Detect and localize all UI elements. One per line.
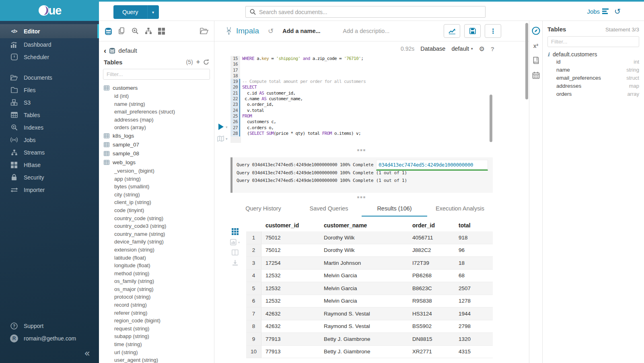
table-row[interactable]: 5 12532 Melvin Garcia B8623C 2507	[246, 282, 493, 295]
grid-view-icon[interactable]	[232, 228, 239, 235]
column-item[interactable]: url (string)	[104, 349, 210, 357]
sidebar-item[interactable]: Security	[0, 171, 99, 184]
search-input[interactable]	[259, 9, 485, 15]
column-item[interactable]: device_family (string)	[104, 238, 210, 246]
databases-source-icon[interactable]	[105, 27, 112, 35]
column-item[interactable]: app (string)	[104, 175, 210, 183]
hue-logo[interactable]: ue	[0, 0, 99, 21]
jobs-link[interactable]: Jobs	[587, 8, 609, 15]
result-tab[interactable]: Results (106)	[362, 202, 427, 217]
code-editor[interactable]: 15WHERE a.key = 'shipping' and a.zip_cod…	[230, 56, 529, 143]
column-item[interactable]: user_agent (string)	[104, 356, 210, 363]
back-chevron-icon[interactable]: ‹	[104, 48, 106, 54]
columns-view-icon[interactable]	[232, 250, 239, 256]
query-button[interactable]: Query	[113, 5, 147, 19]
table-row[interactable]: 10 77913 Betty J. Giambrone XR2771 4315	[246, 346, 493, 359]
tables-filter-input[interactable]	[103, 69, 210, 80]
sidebar-item[interactable]: </> Editor	[0, 24, 99, 38]
chart-settings-button[interactable]	[444, 24, 460, 38]
run-options-caret-icon[interactable]: ▾	[226, 125, 228, 129]
download-icon[interactable]	[232, 260, 238, 266]
column-item[interactable]: referer (string)	[104, 309, 210, 317]
table-row[interactable]: 8 42632 Raymond S. Vestal BS5902 2798	[246, 320, 493, 333]
run-query-button[interactable]	[218, 124, 224, 130]
column-row[interactable]: email_preferences struct	[547, 74, 639, 82]
column-item[interactable]: longitude (float)	[104, 262, 210, 270]
column-item[interactable]: extension (string)	[104, 246, 210, 254]
result-tab[interactable]: Execution Analysis	[427, 202, 493, 217]
column-row[interactable]: id int	[547, 58, 639, 66]
result-tab[interactable]: Saved Queries	[296, 202, 362, 217]
query-name-input[interactable]	[282, 28, 343, 34]
editor-scrollbar[interactable]	[490, 95, 492, 142]
database-selector[interactable]: default ▾	[451, 45, 473, 52]
table-item[interactable]: k8s_logs	[104, 132, 210, 140]
column-header[interactable]: customer_name	[320, 222, 408, 229]
column-header[interactable]: customer_id	[261, 222, 320, 229]
right-assist-filter-input[interactable]	[547, 36, 639, 47]
calendar-icon[interactable]	[532, 72, 540, 79]
column-item[interactable]: name (string)	[104, 100, 210, 108]
column-item[interactable]: request (string)	[104, 325, 210, 333]
table-item[interactable]: web_logs	[104, 158, 210, 167]
table-row[interactable]: 2 75012 Dorothy Wilk J882C2 96	[246, 244, 493, 257]
table-row[interactable]: 1 75012 Dorothy Wilk 4056711 918	[246, 231, 493, 244]
add-table-icon[interactable]: +	[196, 58, 200, 66]
documents-source-icon[interactable]	[118, 27, 126, 35]
sidebar-item[interactable]: Files	[0, 84, 99, 96]
column-row[interactable]: name string	[547, 66, 639, 74]
column-item[interactable]: addresses (map)	[104, 116, 210, 124]
query-dropdown-button[interactable]: ▾	[147, 5, 159, 19]
column-item[interactable]: city (string)	[104, 191, 210, 199]
table-row[interactable]: 7 42632 Raymond S. Vestal HS3124 1944	[246, 307, 493, 320]
column-header[interactable]: total	[455, 222, 493, 229]
search-zoom-icon[interactable]	[132, 27, 139, 35]
settings-gear-icon[interactable]: ⚙	[479, 45, 484, 53]
active-table[interactable]: i default.customers	[547, 51, 639, 58]
sidebar-item[interactable]: S3	[0, 96, 99, 109]
apps-grid-icon[interactable]	[158, 28, 165, 35]
column-item[interactable]: time (string)	[104, 340, 210, 349]
assistant-compass-icon[interactable]	[532, 27, 540, 35]
column-item[interactable]: country_code3 (string)	[104, 222, 210, 230]
column-item[interactable]: orders (array)	[104, 124, 210, 132]
column-item[interactable]: record (string)	[104, 301, 210, 309]
sidebar-item[interactable]: Indexes	[0, 121, 99, 134]
column-item[interactable]: client_ip (string)	[104, 198, 210, 206]
snippet-history-icon[interactable]: ↺	[268, 27, 274, 35]
chart-view-icon[interactable]: ▾	[230, 239, 240, 245]
help-icon[interactable]: ?	[491, 45, 494, 52]
column-item[interactable]: region_code (bigint)	[104, 317, 210, 325]
sidebar-item[interactable]: Importer	[0, 184, 99, 196]
column-item[interactable]: country_name (string)	[104, 230, 210, 238]
open-folder-icon[interactable]	[200, 27, 208, 35]
sidebar-item[interactable]: Documents	[0, 71, 99, 84]
table-item[interactable]: sample_08	[104, 149, 210, 158]
column-item[interactable]: email_preferences (struct)	[104, 108, 210, 116]
sidebar-item[interactable]: Tables	[0, 109, 99, 121]
sidebar-item[interactable]: Dashboard	[0, 38, 99, 51]
column-item[interactable]: bytes (smallint)	[104, 183, 210, 191]
column-item[interactable]: subapp (string)	[104, 332, 210, 340]
refresh-icon[interactable]	[203, 59, 209, 65]
resize-handle[interactable]: ■■■	[230, 193, 493, 202]
main-scrollbar[interactable]	[525, 23, 528, 99]
resize-handle[interactable]: ■■■	[230, 143, 493, 157]
column-item[interactable]: _version_ (bigint)	[104, 167, 210, 175]
query-history-icon[interactable]: ↺	[614, 7, 621, 16]
column-item[interactable]: os_major (string)	[104, 285, 210, 293]
column-row[interactable]: orders array	[547, 90, 639, 98]
column-item[interactable]: id (int)	[104, 92, 210, 100]
language-reference-book-icon[interactable]	[532, 57, 540, 64]
more-actions-button[interactable]: ⋮	[485, 24, 501, 38]
column-item[interactable]: latitude (float)	[104, 254, 210, 262]
column-item[interactable]: country_code (string)	[104, 214, 210, 223]
functions-icon[interactable]: x²	[533, 43, 538, 49]
table-row[interactable]: 4 12532 Melvin Garcia PB6268 68	[246, 270, 493, 283]
table-row[interactable]: 9 77913 Betty J. Giambrone DN8815 1320	[246, 333, 493, 346]
sidebar-item[interactable]: Jobs	[0, 134, 99, 146]
table-item[interactable]: customers	[104, 83, 210, 92]
query-description-input[interactable]	[343, 28, 411, 34]
column-item[interactable]: os_family (string)	[104, 277, 210, 285]
column-item[interactable]: protocol (string)	[104, 293, 210, 301]
